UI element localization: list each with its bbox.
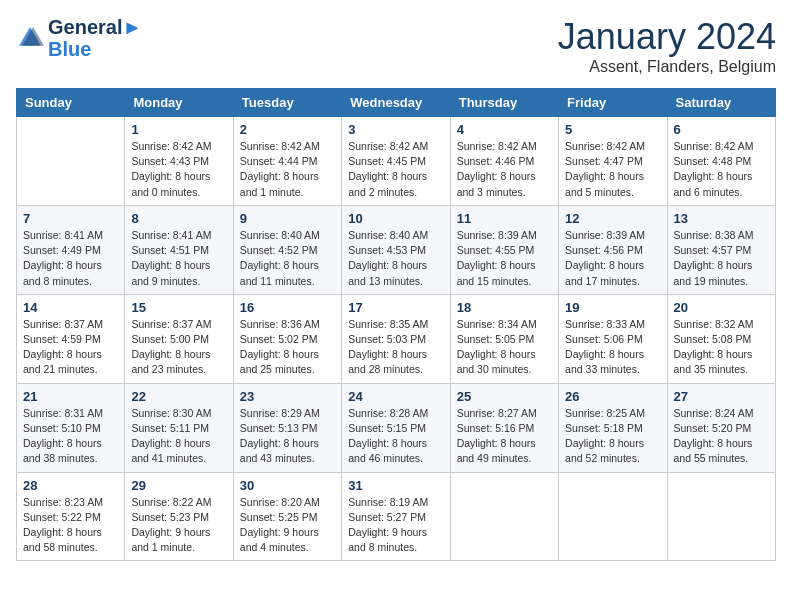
calendar-cell: 27Sunrise: 8:24 AMSunset: 5:20 PMDayligh… [667, 383, 775, 472]
day-info: Sunrise: 8:38 AMSunset: 4:57 PMDaylight:… [674, 228, 769, 289]
weekday-header-saturday: Saturday [667, 89, 775, 117]
day-number: 1 [131, 122, 226, 137]
logo-icon [16, 24, 44, 52]
day-number: 7 [23, 211, 118, 226]
weekday-header-thursday: Thursday [450, 89, 558, 117]
calendar: SundayMondayTuesdayWednesdayThursdayFrid… [16, 88, 776, 561]
weekday-header-friday: Friday [559, 89, 667, 117]
day-info: Sunrise: 8:42 AMSunset: 4:45 PMDaylight:… [348, 139, 443, 200]
week-row-1: 1Sunrise: 8:42 AMSunset: 4:43 PMDaylight… [17, 117, 776, 206]
calendar-cell: 26Sunrise: 8:25 AMSunset: 5:18 PMDayligh… [559, 383, 667, 472]
day-number: 29 [131, 478, 226, 493]
day-info: Sunrise: 8:42 AMSunset: 4:43 PMDaylight:… [131, 139, 226, 200]
month-title: January 2024 [558, 16, 776, 58]
week-row-3: 14Sunrise: 8:37 AMSunset: 4:59 PMDayligh… [17, 294, 776, 383]
day-info: Sunrise: 8:42 AMSunset: 4:48 PMDaylight:… [674, 139, 769, 200]
day-number: 11 [457, 211, 552, 226]
day-number: 4 [457, 122, 552, 137]
day-number: 16 [240, 300, 335, 315]
logo-text: General► Blue [48, 16, 142, 60]
calendar-cell: 7Sunrise: 8:41 AMSunset: 4:49 PMDaylight… [17, 205, 125, 294]
day-number: 14 [23, 300, 118, 315]
day-number: 25 [457, 389, 552, 404]
day-info: Sunrise: 8:39 AMSunset: 4:55 PMDaylight:… [457, 228, 552, 289]
calendar-cell: 25Sunrise: 8:27 AMSunset: 5:16 PMDayligh… [450, 383, 558, 472]
calendar-cell: 24Sunrise: 8:28 AMSunset: 5:15 PMDayligh… [342, 383, 450, 472]
day-number: 12 [565, 211, 660, 226]
calendar-cell: 30Sunrise: 8:20 AMSunset: 5:25 PMDayligh… [233, 472, 341, 561]
calendar-cell: 5Sunrise: 8:42 AMSunset: 4:47 PMDaylight… [559, 117, 667, 206]
day-info: Sunrise: 8:24 AMSunset: 5:20 PMDaylight:… [674, 406, 769, 467]
day-number: 2 [240, 122, 335, 137]
week-row-5: 28Sunrise: 8:23 AMSunset: 5:22 PMDayligh… [17, 472, 776, 561]
calendar-cell: 14Sunrise: 8:37 AMSunset: 4:59 PMDayligh… [17, 294, 125, 383]
day-number: 20 [674, 300, 769, 315]
day-info: Sunrise: 8:41 AMSunset: 4:49 PMDaylight:… [23, 228, 118, 289]
day-number: 24 [348, 389, 443, 404]
calendar-cell: 29Sunrise: 8:22 AMSunset: 5:23 PMDayligh… [125, 472, 233, 561]
day-number: 3 [348, 122, 443, 137]
day-number: 26 [565, 389, 660, 404]
day-info: Sunrise: 8:32 AMSunset: 5:08 PMDaylight:… [674, 317, 769, 378]
calendar-cell [667, 472, 775, 561]
day-info: Sunrise: 8:20 AMSunset: 5:25 PMDaylight:… [240, 495, 335, 556]
location: Assent, Flanders, Belgium [558, 58, 776, 76]
day-info: Sunrise: 8:31 AMSunset: 5:10 PMDaylight:… [23, 406, 118, 467]
day-number: 28 [23, 478, 118, 493]
calendar-cell: 1Sunrise: 8:42 AMSunset: 4:43 PMDaylight… [125, 117, 233, 206]
day-info: Sunrise: 8:40 AMSunset: 4:52 PMDaylight:… [240, 228, 335, 289]
day-info: Sunrise: 8:34 AMSunset: 5:05 PMDaylight:… [457, 317, 552, 378]
day-info: Sunrise: 8:40 AMSunset: 4:53 PMDaylight:… [348, 228, 443, 289]
calendar-cell: 17Sunrise: 8:35 AMSunset: 5:03 PMDayligh… [342, 294, 450, 383]
day-info: Sunrise: 8:37 AMSunset: 5:00 PMDaylight:… [131, 317, 226, 378]
day-number: 9 [240, 211, 335, 226]
weekday-header-row: SundayMondayTuesdayWednesdayThursdayFrid… [17, 89, 776, 117]
calendar-cell [559, 472, 667, 561]
day-info: Sunrise: 8:37 AMSunset: 4:59 PMDaylight:… [23, 317, 118, 378]
calendar-cell: 21Sunrise: 8:31 AMSunset: 5:10 PMDayligh… [17, 383, 125, 472]
calendar-cell: 3Sunrise: 8:42 AMSunset: 4:45 PMDaylight… [342, 117, 450, 206]
weekday-header-monday: Monday [125, 89, 233, 117]
day-info: Sunrise: 8:22 AMSunset: 5:23 PMDaylight:… [131, 495, 226, 556]
day-number: 8 [131, 211, 226, 226]
day-number: 6 [674, 122, 769, 137]
day-info: Sunrise: 8:41 AMSunset: 4:51 PMDaylight:… [131, 228, 226, 289]
day-info: Sunrise: 8:36 AMSunset: 5:02 PMDaylight:… [240, 317, 335, 378]
calendar-cell: 4Sunrise: 8:42 AMSunset: 4:46 PMDaylight… [450, 117, 558, 206]
calendar-cell: 11Sunrise: 8:39 AMSunset: 4:55 PMDayligh… [450, 205, 558, 294]
calendar-cell: 20Sunrise: 8:32 AMSunset: 5:08 PMDayligh… [667, 294, 775, 383]
day-info: Sunrise: 8:29 AMSunset: 5:13 PMDaylight:… [240, 406, 335, 467]
weekday-header-sunday: Sunday [17, 89, 125, 117]
day-number: 22 [131, 389, 226, 404]
week-row-4: 21Sunrise: 8:31 AMSunset: 5:10 PMDayligh… [17, 383, 776, 472]
calendar-cell: 28Sunrise: 8:23 AMSunset: 5:22 PMDayligh… [17, 472, 125, 561]
day-info: Sunrise: 8:35 AMSunset: 5:03 PMDaylight:… [348, 317, 443, 378]
day-info: Sunrise: 8:42 AMSunset: 4:44 PMDaylight:… [240, 139, 335, 200]
calendar-cell: 19Sunrise: 8:33 AMSunset: 5:06 PMDayligh… [559, 294, 667, 383]
day-info: Sunrise: 8:28 AMSunset: 5:15 PMDaylight:… [348, 406, 443, 467]
day-number: 19 [565, 300, 660, 315]
calendar-cell: 10Sunrise: 8:40 AMSunset: 4:53 PMDayligh… [342, 205, 450, 294]
day-info: Sunrise: 8:39 AMSunset: 4:56 PMDaylight:… [565, 228, 660, 289]
logo: General► Blue [16, 16, 142, 60]
day-number: 5 [565, 122, 660, 137]
calendar-cell: 16Sunrise: 8:36 AMSunset: 5:02 PMDayligh… [233, 294, 341, 383]
calendar-cell: 2Sunrise: 8:42 AMSunset: 4:44 PMDaylight… [233, 117, 341, 206]
day-number: 27 [674, 389, 769, 404]
page-header: General► Blue January 2024 Assent, Fland… [16, 16, 776, 76]
weekday-header-tuesday: Tuesday [233, 89, 341, 117]
day-info: Sunrise: 8:27 AMSunset: 5:16 PMDaylight:… [457, 406, 552, 467]
day-number: 13 [674, 211, 769, 226]
day-info: Sunrise: 8:30 AMSunset: 5:11 PMDaylight:… [131, 406, 226, 467]
day-info: Sunrise: 8:25 AMSunset: 5:18 PMDaylight:… [565, 406, 660, 467]
day-number: 30 [240, 478, 335, 493]
day-number: 15 [131, 300, 226, 315]
calendar-cell: 13Sunrise: 8:38 AMSunset: 4:57 PMDayligh… [667, 205, 775, 294]
calendar-cell: 31Sunrise: 8:19 AMSunset: 5:27 PMDayligh… [342, 472, 450, 561]
day-number: 17 [348, 300, 443, 315]
calendar-cell: 23Sunrise: 8:29 AMSunset: 5:13 PMDayligh… [233, 383, 341, 472]
calendar-cell: 6Sunrise: 8:42 AMSunset: 4:48 PMDaylight… [667, 117, 775, 206]
week-row-2: 7Sunrise: 8:41 AMSunset: 4:49 PMDaylight… [17, 205, 776, 294]
calendar-cell: 22Sunrise: 8:30 AMSunset: 5:11 PMDayligh… [125, 383, 233, 472]
day-number: 23 [240, 389, 335, 404]
